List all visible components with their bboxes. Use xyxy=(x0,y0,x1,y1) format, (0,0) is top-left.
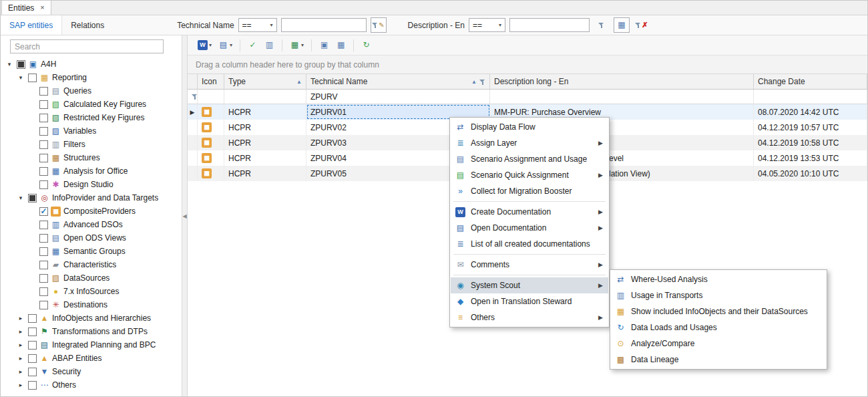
cell-icon[interactable]: ▦ xyxy=(198,120,224,135)
column-filter-icon[interactable] xyxy=(479,79,485,85)
technical-name-filter-edit-button[interactable]: ✎ xyxy=(371,17,387,33)
tree-item-transformations-and-dtps[interactable]: ▸⚑Transformations and DTPs xyxy=(1,325,182,338)
expand-icon[interactable]: ▸ xyxy=(16,342,25,348)
context-menu-item-scenario-assignment-and-usage[interactable]: ▤Scenario Assignment and Usage xyxy=(451,151,608,167)
checkbox-unchecked[interactable] xyxy=(39,154,48,162)
context-menu-item-assign-layer[interactable]: ≣Assign Layer▶ xyxy=(451,135,608,151)
checkbox-unchecked[interactable] xyxy=(28,381,37,390)
row-indicator[interactable]: ▶ xyxy=(188,104,198,120)
tree-item-open-ods-views[interactable]: ▤Open ODS Views xyxy=(1,231,182,245)
scout-submenu-item-data-loads-and-usages[interactable]: ↻Data Loads and Usages xyxy=(611,319,826,336)
scout-submenu-item-analyze-compare[interactable]: ⊙Analyze/Compare xyxy=(611,336,826,352)
context-menu-item-scenario-quick-assignment[interactable]: ▤Scenario Quick Assignment▶ xyxy=(451,167,608,183)
tree-item-filters[interactable]: ▥Filters xyxy=(1,138,182,151)
context-menu-item-create-documentation[interactable]: WCreate Documentation▶ xyxy=(451,204,608,220)
cell-change-date[interactable]: 04.12.2019 10:57 UTC xyxy=(754,120,867,135)
tab-entities[interactable]: Entities × xyxy=(1,0,51,15)
tree-item-design-studio[interactable]: ✱Design Studio xyxy=(1,178,182,191)
technical-name-filter-input[interactable] xyxy=(281,18,367,32)
tree-item-semantic-groups[interactable]: ▦Semantic Groups xyxy=(1,245,182,258)
tree-item-security[interactable]: ▸▼Security xyxy=(1,365,182,378)
scout-submenu-item-data-lineage[interactable]: ▩Data Lineage xyxy=(611,352,826,368)
expand-icon[interactable]: ▸ xyxy=(16,382,25,388)
tree-item-others[interactable]: ▸⋯Others xyxy=(1,378,182,392)
expand-icon[interactable]: ▸ xyxy=(16,368,25,375)
tree-item-queries[interactable]: ▤Queries xyxy=(1,84,182,98)
collapse-icon[interactable]: ▾ xyxy=(5,61,14,68)
collapse-sidebar-icon[interactable]: ◀ xyxy=(182,213,186,219)
tab-sap-entities[interactable]: SAP entities xyxy=(1,15,62,35)
clear-filter-button[interactable]: ✗ xyxy=(634,17,650,33)
filter-cell-type[interactable] xyxy=(224,90,306,104)
scout-submenu-item-show-included-infoobjects-and-their-datasources[interactable]: ▦Show included InfoObjects and their Dat… xyxy=(611,303,826,319)
column-header-technical-name[interactable]: Technical Name▲ xyxy=(306,74,490,90)
tree-item-variables[interactable]: ▨Variables xyxy=(1,124,182,138)
chevron-down-icon[interactable]: ▾ xyxy=(301,42,304,48)
filter-cell-change-date[interactable] xyxy=(754,90,867,104)
context-menu-item-collect-for-migration-booster[interactable]: »Collect for Migration Booster xyxy=(451,183,608,199)
checkbox-unchecked[interactable] xyxy=(39,261,48,269)
checkbox-unchecked[interactable] xyxy=(39,140,48,149)
context-menu-item-display-data-flow[interactable]: ⇄Display Data Flow xyxy=(451,119,608,135)
context-menu-item-open-in-translation-steward[interactable]: ◆Open in Translation Steward xyxy=(451,293,608,309)
checkbox-unchecked[interactable] xyxy=(39,127,48,136)
context-menu-item-list-of-all-created-documentations[interactable]: ≣List of all created documentations xyxy=(451,236,608,252)
tree-item-a4h[interactable]: ▾▣A4H xyxy=(1,57,182,71)
tree-item-destinations[interactable]: ✳Destinations xyxy=(1,298,182,311)
checkbox-unchecked[interactable] xyxy=(28,74,37,82)
tree-item-restricted-key-figures[interactable]: ▧Restricted Key Figures xyxy=(1,111,182,124)
close-icon[interactable]: × xyxy=(40,4,44,11)
checkbox-unchecked[interactable] xyxy=(39,114,48,122)
search-input[interactable] xyxy=(10,39,164,53)
row-indicator[interactable] xyxy=(188,166,198,181)
cell-icon[interactable]: ▦ xyxy=(198,150,224,166)
context-menu-item-others[interactable]: ≡Others▶ xyxy=(451,309,608,325)
checkbox-unchecked[interactable] xyxy=(28,341,37,350)
cell-icon[interactable]: ▦ xyxy=(198,104,224,120)
tab-relations[interactable]: Relations xyxy=(62,15,113,35)
checkbox-unchecked[interactable] xyxy=(28,368,37,376)
row-indicator[interactable] xyxy=(188,120,198,135)
checkbox-unchecked[interactable] xyxy=(28,354,37,363)
tree-item-integrated-planning-and-bpc[interactable]: ▸▤Integrated Planning and BPC xyxy=(1,338,182,352)
checkbox-unchecked[interactable] xyxy=(28,327,37,336)
checkbox-unchecked[interactable] xyxy=(28,314,37,323)
tree-item-characteristics[interactable]: ▰Characteristics xyxy=(1,258,182,271)
column-header-change-date[interactable]: Change Date xyxy=(754,74,867,90)
cell-change-date[interactable]: 08.07.2020 14:42 UTC xyxy=(754,104,867,120)
checkbox-unchecked[interactable] xyxy=(39,287,48,296)
tree-item-analysis-for-office[interactable]: ▦Analysis for Office xyxy=(1,164,182,178)
cell-type[interactable]: HCPR xyxy=(224,166,306,181)
checkbox-unchecked[interactable] xyxy=(39,167,48,176)
apply-filter-button[interactable] xyxy=(594,17,610,33)
expand-icon[interactable]: ▸ xyxy=(16,355,25,362)
column-header-type[interactable]: Type▲ xyxy=(224,74,306,90)
chevron-down-icon[interactable]: ▾ xyxy=(209,42,212,48)
tree-item-reporting[interactable]: ▾▦Reporting xyxy=(1,71,182,84)
tree-item-infoobjects-and-hierarchies[interactable]: ▸▲InfoObjects and Hierarchies xyxy=(1,311,182,325)
sidebar-splitter[interactable]: ◀ xyxy=(182,35,188,396)
open-documentation-button[interactable]: ▤▾ xyxy=(215,37,236,53)
cell-change-date[interactable]: 04.05.2020 10:10 UTC xyxy=(754,166,867,181)
copy-grid-button[interactable]: ▦ xyxy=(333,37,349,53)
tree-item-advanced-dsos[interactable]: ▥Advanced DSOs xyxy=(1,218,182,231)
column-header-icon[interactable]: Icon xyxy=(198,74,224,90)
tree-item-abap-entities[interactable]: ▸▲ABAP Entities xyxy=(1,352,182,365)
collapse-icon[interactable]: ▾ xyxy=(16,74,25,81)
filter-cell-description[interactable] xyxy=(490,90,754,104)
cell-change-date[interactable]: 04.12.2019 10:58 UTC xyxy=(754,135,867,150)
cell-type[interactable]: HCPR xyxy=(224,120,306,135)
checkbox-unchecked[interactable] xyxy=(39,247,48,256)
tree-item-datasources[interactable]: ▧DataSources xyxy=(1,271,182,285)
filter-cell-technical-name[interactable]: ZPURV xyxy=(306,90,490,104)
expand-icon[interactable]: ▸ xyxy=(16,315,25,321)
checkbox-unchecked[interactable] xyxy=(39,180,48,189)
description-filter-input[interactable] xyxy=(509,18,590,32)
filter-row-indicator[interactable] xyxy=(188,90,198,104)
checkbox-unchecked[interactable] xyxy=(39,301,48,309)
copy-button[interactable]: ▣ xyxy=(316,37,333,53)
row-indicator[interactable] xyxy=(188,150,198,166)
cell-type[interactable]: HCPR xyxy=(224,104,306,120)
checkbox-unchecked[interactable] xyxy=(39,100,48,109)
columns-button[interactable]: ▥ xyxy=(261,37,278,53)
